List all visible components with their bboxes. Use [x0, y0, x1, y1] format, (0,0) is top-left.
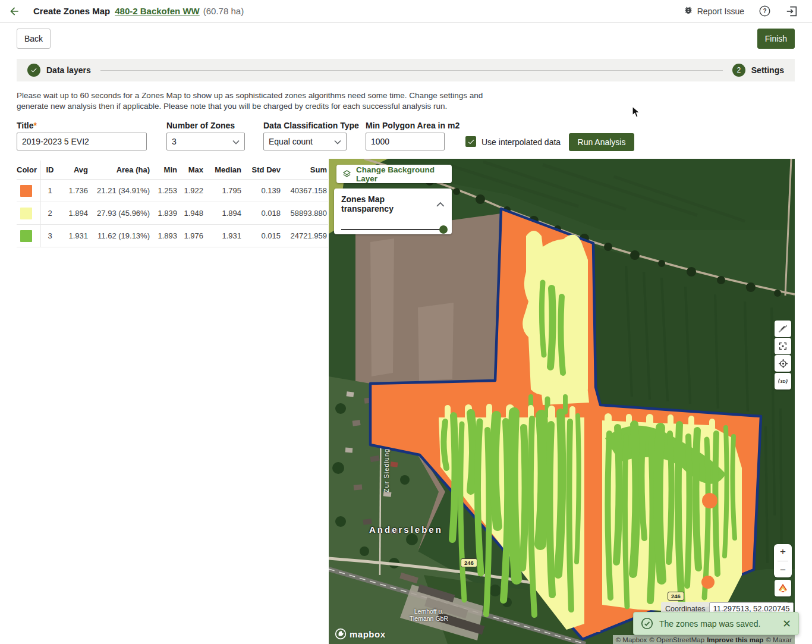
cell-avg: 1.736 — [59, 186, 89, 195]
zone2-color-cell — [17, 202, 40, 224]
transparency-slider[interactable] — [341, 229, 443, 230]
field-area-label: (60.78 ha) — [203, 6, 244, 16]
transparency-slider-thumb[interactable] — [439, 225, 448, 234]
number-of-zones-value: 3 — [172, 137, 177, 146]
col-min: Min — [151, 165, 178, 174]
cell-id: 2 — [40, 209, 59, 218]
interpolated-label: Use interpolated data — [481, 137, 561, 147]
zoom-out-button[interactable]: − — [780, 564, 786, 576]
required-asterisk: * — [34, 121, 37, 130]
cell-area: 21.21 (34.91%) — [89, 186, 151, 195]
cell-min: 1.893 — [151, 231, 178, 240]
finish-button[interactable]: Finish — [757, 29, 795, 49]
intro-text: Please wait up to 60 seconds for a Zones… — [17, 90, 511, 112]
zone3-swatch — [20, 230, 32, 242]
col-sum: Sum — [282, 165, 328, 174]
three-d-icon: 3D — [777, 375, 789, 387]
zoom-control: + − — [774, 544, 792, 577]
toast-notification: The zones map was saved. ✕ — [633, 612, 799, 635]
bug-icon — [684, 5, 693, 17]
focus-icon — [778, 341, 788, 351]
cell-max: 1.948 — [178, 209, 204, 218]
cell-id: 1 — [40, 186, 59, 195]
zoom-in-button[interactable]: + — [780, 545, 786, 558]
locate-icon — [778, 359, 788, 369]
number-of-zones-select[interactable]: 3 — [166, 133, 245, 150]
toast-close-icon[interactable]: ✕ — [782, 618, 791, 629]
locate-button[interactable] — [775, 355, 791, 372]
map-attribution: © Mapbox © OpenStreetMap Improve this ma… — [613, 635, 795, 644]
min-area-input[interactable] — [366, 133, 445, 150]
map-canvas[interactable]: Change Background Layer Zones Map transp… — [329, 159, 795, 644]
cell-area: 27.93 (45.96%) — [89, 209, 151, 218]
mapbox-logo-icon — [335, 628, 347, 640]
back-arrow-icon[interactable] — [7, 4, 21, 18]
farm-label: Lemhoff u. Tiemann GbR — [410, 608, 448, 622]
maxar-logo-icon — [778, 583, 788, 593]
chevron-up-icon[interactable] — [436, 202, 445, 207]
mapbox-logo[interactable]: mapbox — [335, 628, 386, 640]
logout-icon[interactable] — [785, 4, 799, 18]
zones-table: Color ID Avg Area (ha) Min Max Median St… — [17, 161, 328, 247]
classification-select[interactable]: Equal count — [263, 133, 347, 150]
field-link[interactable]: 480-2 Backofen WW — [115, 6, 200, 16]
attrib-maxar[interactable]: © Maxar — [766, 636, 792, 643]
transparency-panel: Zones Map transparency — [334, 189, 452, 234]
app-header: Create Zones Map 480-2 Backofen WW (60.7… — [0, 0, 812, 23]
maxar-logo-button[interactable] — [775, 580, 791, 596]
step1-label: Data layers — [46, 65, 91, 75]
cell-median: 1.931 — [204, 231, 243, 240]
cell-median: 1.894 — [204, 209, 243, 218]
chevron-down-icon — [334, 137, 341, 146]
toggle-3d-button[interactable]: 3D — [775, 373, 791, 389]
report-issue-button[interactable]: Report Issue — [684, 5, 744, 17]
transparency-label: Zones Map transparency — [341, 194, 436, 213]
col-id: ID — [40, 165, 59, 174]
zone1-swatch — [20, 185, 32, 197]
cell-stddev: 0.015 — [243, 231, 282, 240]
report-issue-label: Report Issue — [697, 7, 744, 16]
table-row: 1 1.736 21.21 (34.91%) 1.253 1.922 1.795… — [17, 180, 328, 202]
classification-label: Data Classification Type — [263, 121, 359, 130]
cell-sum: 58893.880 — [282, 209, 328, 218]
change-background-layer-button[interactable]: Change Background Layer — [336, 165, 452, 183]
attrib-mapbox[interactable]: © Mapbox — [616, 636, 647, 643]
attrib-osm[interactable]: © OpenStreetMap — [649, 636, 704, 643]
toast-message: The zones map was saved. — [659, 619, 776, 629]
town-label: Andersleben — [369, 524, 443, 535]
run-analysis-button[interactable]: Run Analysis — [569, 133, 634, 151]
attrib-improve-link[interactable]: Improve this map — [707, 636, 763, 643]
svg-text:3D: 3D — [780, 379, 785, 384]
step1-check-icon — [27, 64, 40, 77]
cell-sum: 24721.959 — [282, 231, 328, 240]
title-input[interactable] — [17, 133, 147, 150]
success-check-icon — [641, 617, 653, 630]
step-data-layers[interactable]: Data layers — [27, 64, 91, 77]
cell-avg: 1.931 — [59, 231, 89, 240]
table-row: 3 1.931 11.62 (19.13%) 1.893 1.976 1.931… — [17, 225, 328, 247]
help-icon[interactable]: ? — [757, 4, 772, 18]
cell-avg: 1.894 — [59, 209, 89, 218]
cell-stddev: 0.139 — [243, 186, 282, 195]
cell-stddev: 0.018 — [243, 209, 282, 218]
fit-bounds-button[interactable] — [775, 338, 791, 354]
cell-max: 1.922 — [178, 186, 204, 195]
number-of-zones-label: Number of Zones — [166, 121, 235, 130]
stepper: Data layers 2 Settings — [17, 59, 795, 81]
back-button[interactable]: Back — [17, 29, 51, 49]
cell-min: 1.253 — [151, 186, 178, 195]
col-median: Median — [204, 165, 243, 174]
page-title: Create Zones Map — [33, 6, 110, 16]
create-zones-map-page: Create Zones Map 480-2 Backofen WW (60.7… — [0, 0, 812, 644]
svg-text:?: ? — [763, 8, 766, 14]
cell-sum: 40367.158 — [282, 186, 328, 195]
cell-area: 11.62 (19.13%) — [89, 231, 151, 240]
stepper-line — [100, 70, 723, 71]
step-settings[interactable]: 2 Settings — [732, 64, 784, 77]
interpolated-checkbox[interactable] — [465, 136, 476, 147]
zones-table-header: Color ID Avg Area (ha) Min Max Median St… — [17, 161, 328, 180]
min-area-label: Min Polygon Area in m2 — [366, 121, 459, 130]
zoom-divider — [778, 561, 788, 561]
hide-drawings-button[interactable] — [775, 321, 791, 337]
step2-label: Settings — [751, 65, 784, 75]
